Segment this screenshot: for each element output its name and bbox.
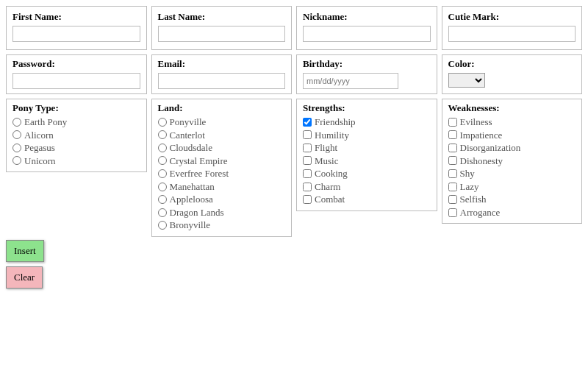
weaknesses-option-impatience[interactable]: Impatience [448,129,576,142]
strengths-checkbox-music[interactable] [303,156,312,165]
land-radio-manehattan[interactable] [158,183,167,191]
pony-type-label: Pony Type: [12,102,140,114]
nickname-input[interactable] [303,26,431,42]
last-name-input[interactable] [158,26,286,42]
strengths-option-label: Music [315,155,339,168]
nickname-label: Nickname: [303,11,431,23]
land-option-label: Canterlot [170,129,205,142]
email-field: Email: [151,54,293,94]
land-radio-everfree-forest[interactable] [158,169,167,178]
land-option-everfree-forest[interactable]: Everfree Forest [158,167,286,180]
land-option-label: Manehattan [170,180,215,194]
weaknesses-checkbox-selfish[interactable] [448,195,457,204]
pony-type-radio-earth-pony[interactable] [12,118,21,127]
land-option-label: Bronyville [170,219,211,232]
color-label: Color: [448,58,576,70]
color-select[interactable] [448,73,485,88]
weaknesses-checkbox-disorganization[interactable] [448,144,457,152]
weaknesses-checkbox-dishonesty[interactable] [448,156,457,165]
weaknesses-option-label: Evilness [460,116,492,129]
strengths-checkbox-friendship[interactable] [303,118,312,127]
weaknesses-option-label: Arrogance [460,206,501,219]
land-radio-dragon-lands[interactable] [158,208,167,217]
land-option-ponyville[interactable]: Ponyville [158,116,286,129]
land-radio-cloudsdale[interactable] [158,144,167,152]
weaknesses-option-disorganization[interactable]: Disorganization [448,141,576,155]
weaknesses-option-evilness[interactable]: Evilness [448,116,576,129]
weaknesses-option-arrogance[interactable]: Arrogance [448,206,576,219]
pony-type-option-earth-pony[interactable]: Earth Pony [12,116,140,129]
strengths-option-label: Humility [315,129,349,142]
email-label: Email: [158,58,286,70]
pony-type-group: Pony Type: Earth PonyAlicornPegasusUnico… [6,99,147,172]
land-option-canterlot[interactable]: Canterlot [158,129,286,142]
insert-button[interactable]: Insert [6,240,44,262]
pony-type-option-pegasus[interactable]: Pegasus [12,141,140,155]
weaknesses-checkbox-lazy[interactable] [448,183,457,191]
birthday-input[interactable] [303,73,398,89]
email-input[interactable] [158,73,286,89]
land-option-crystal-empire[interactable]: Crystal Empire [158,155,286,168]
land-radio-canterlot[interactable] [158,130,167,139]
strengths-option-humility[interactable]: Humility [303,129,431,142]
clear-button[interactable]: Clear [6,266,43,289]
weaknesses-checkbox-shy[interactable] [448,169,457,178]
weaknesses-option-label: Selfish [460,193,487,206]
strengths-option-friendship[interactable]: Friendship [303,116,431,129]
strengths-option-music[interactable]: Music [303,155,431,168]
strengths-checkbox-flight[interactable] [303,144,312,152]
nickname-field: Nickname: [296,6,437,50]
strengths-checkbox-charm[interactable] [303,183,312,191]
birthday-field: Birthday: [296,54,437,94]
strengths-checkbox-humility[interactable] [303,130,312,139]
pony-type-option-alicorn[interactable]: Alicorn [12,129,140,142]
pony-type-option-label: Earth Pony [24,116,67,129]
cutie-mark-label: Cutie Mark: [448,11,576,23]
land-option-cloudsdale[interactable]: Cloudsdale [158,141,286,155]
weaknesses-option-selfish[interactable]: Selfish [448,193,576,206]
strengths-checkbox-cooking[interactable] [303,169,312,178]
land-option-bronyville[interactable]: Bronyville [158,219,286,232]
weaknesses-label: Weaknesses: [448,102,576,114]
strengths-option-flight[interactable]: Flight [303,141,431,155]
land-option-label: Crystal Empire [170,155,228,168]
weaknesses-checkbox-impatience[interactable] [448,130,457,139]
strengths-checkbox-combat[interactable] [303,195,312,204]
form-row-2: Password: Email: Birthday: Color: [6,54,582,94]
strengths-group: Strengths: FriendshipHumilityFlightMusic… [296,99,437,211]
first-name-label: First Name: [12,11,140,23]
land-option-label: Ponyville [170,116,207,129]
last-name-field: Last Name: [151,6,293,50]
weaknesses-option-shy[interactable]: Shy [448,167,576,180]
pony-type-radio-unicorn[interactable] [12,156,21,165]
strengths-option-charm[interactable]: Charm [303,180,431,194]
cutie-mark-input[interactable] [448,26,576,42]
strengths-option-combat[interactable]: Combat [303,193,431,206]
pony-type-option-label: Pegasus [24,141,55,155]
weaknesses-checkbox-arrogance[interactable] [448,208,457,217]
pony-type-radio-pegasus[interactable] [12,144,21,152]
weaknesses-option-dishonesty[interactable]: Dishonesty [448,155,576,168]
pony-type-option-unicorn[interactable]: Unicorn [12,155,140,168]
weaknesses-option-label: Impatience [460,129,503,142]
land-option-dragon-lands[interactable]: Dragon Lands [158,206,286,219]
weaknesses-option-lazy[interactable]: Lazy [448,180,576,194]
strengths-option-label: Cooking [315,167,348,180]
cutie-mark-field: Cutie Mark: [442,6,583,50]
land-radio-appleloosa[interactable] [158,195,167,204]
land-option-manehattan[interactable]: Manehattan [158,180,286,194]
land-radio-ponyville[interactable] [158,118,167,127]
land-option-appleloosa[interactable]: Appleloosa [158,193,286,206]
strengths-option-label: Friendship [315,116,356,129]
weaknesses-option-label: Lazy [460,180,479,194]
weaknesses-option-label: Shy [460,167,475,180]
weaknesses-checkbox-evilness[interactable] [448,118,457,127]
password-input[interactable] [12,73,140,89]
land-option-label: Cloudsdale [170,141,213,155]
land-radio-crystal-empire[interactable] [158,156,167,165]
strengths-option-cooking[interactable]: Cooking [303,167,431,180]
pony-type-option-label: Unicorn [24,155,56,168]
land-radio-bronyville[interactable] [158,221,167,230]
pony-type-radio-alicorn[interactable] [12,130,21,139]
first-name-input[interactable] [12,26,140,42]
